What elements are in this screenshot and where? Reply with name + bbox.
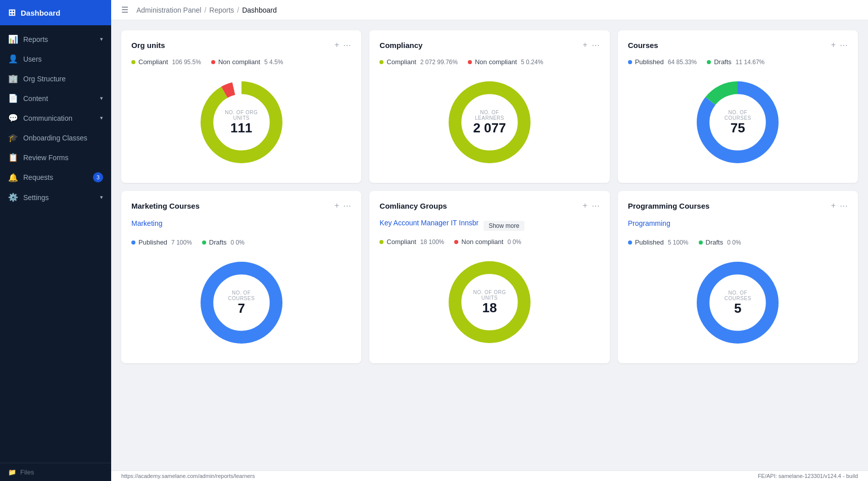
files-label: Files <box>20 468 34 476</box>
published-count: 64 85.33% <box>668 59 697 66</box>
marketing-menu-button[interactable]: ⋯ <box>343 201 351 211</box>
compliant-label: Compliant <box>387 238 416 246</box>
sidebar-item-communication[interactable]: 💬 Communication ▾ <box>0 108 111 128</box>
compliant-dot <box>379 60 383 64</box>
card-programming-header: Programming Courses + ⋯ <box>628 201 848 211</box>
card-compliancy-header: Compliancy + ⋯ <box>379 40 599 50</box>
card-compliancy-groups-header: Comliancy Groups + ⋯ <box>379 201 599 211</box>
breadcrumb-reports[interactable]: Reports <box>209 6 234 14</box>
menu-icon[interactable]: ☰ <box>121 5 128 15</box>
sidebar-item-users[interactable]: 👤 Users <box>0 49 111 69</box>
legend-drafts: Drafts 11 14.67% <box>707 58 764 66</box>
non-compliant-count: 0 0% <box>507 238 521 246</box>
legend-published: Published 7 100% <box>131 238 192 246</box>
sidebar-item-label: Users <box>23 55 42 63</box>
drafts-count: 0 0% <box>231 239 245 246</box>
sidebar-item-review-forms[interactable]: 📋 Review Forms <box>0 148 111 167</box>
breadcrumb-admin[interactable]: Administration Panel <box>136 6 201 14</box>
sidebar: ⊞ Dashboard 📊 Reports ▾ 👤 Users 🏢 Org St… <box>0 0 111 481</box>
chevron-icon: ▾ <box>100 115 103 121</box>
programming-link[interactable]: Programming <box>628 219 670 227</box>
non-compliant-label: Non compliant <box>461 238 503 246</box>
card-compliancy-title: Compliancy <box>379 41 422 50</box>
add-compliancy-button[interactable]: + <box>583 40 587 50</box>
compliancy-menu-button[interactable]: ⋯ <box>592 40 600 50</box>
add-org-units-button[interactable]: + <box>334 40 339 50</box>
drafts-label: Drafts <box>209 238 227 246</box>
non-compliant-count: 5 0.24% <box>521 59 543 66</box>
card-marketing-title: Marketing Courses <box>131 202 200 210</box>
sidebar-item-onboarding[interactable]: 🎓 Onboarding Classes <box>0 128 111 148</box>
card-org-units: Org units + ⋯ Compliant 106 95.5% Non co… <box>121 30 361 183</box>
courses-menu-button[interactable]: ⋯ <box>840 40 848 50</box>
content-icon: 📄 <box>8 93 18 103</box>
sidebar-item-label: Content <box>23 94 48 103</box>
card-courses-header: Courses + ⋯ <box>628 40 848 50</box>
legend-drafts: Drafts 0 0% <box>202 238 245 246</box>
add-groups-button[interactable]: + <box>583 201 587 211</box>
legend-compliant: Compliant 2 072 99.76% <box>379 58 458 66</box>
compliant-count: 106 95.5% <box>172 59 201 66</box>
card-courses: Courses + ⋯ Published 64 85.33% Drafts 1… <box>618 30 858 183</box>
marketing-link-row: Marketing <box>131 219 351 233</box>
courses-donut: NO. OF COURSES 75 <box>692 77 783 168</box>
org-units-menu-button[interactable]: ⋯ <box>343 40 351 50</box>
url-display: https://academy.samelane.com/admin/repor… <box>121 473 255 479</box>
sidebar-item-label: Reports <box>23 35 48 43</box>
chevron-icon: ▾ <box>100 95 103 102</box>
published-count: 7 100% <box>171 239 192 246</box>
add-programming-button[interactable]: + <box>831 201 836 211</box>
legend-non-compliant: Non compliant 5 0.24% <box>468 58 543 66</box>
svg-point-7 <box>455 268 524 337</box>
compliancy-chart: NO. OF LEARNERS 2 077 <box>379 72 599 173</box>
groups-link[interactable]: Key Account Manager IT Innsbr <box>379 219 478 227</box>
sidebar-header: ⊞ Dashboard <box>0 0 111 25</box>
svg-point-0 <box>207 88 276 157</box>
card-courses-actions: + ⋯ <box>831 40 848 50</box>
settings-icon: ⚙️ <box>8 193 18 202</box>
programming-svg <box>692 257 783 348</box>
groups-menu-button[interactable]: ⋯ <box>592 201 600 211</box>
legend-published: Published 5 100% <box>628 238 689 246</box>
legend-compliant: Compliant 18 100% <box>379 238 444 246</box>
chevron-icon: ▾ <box>100 36 103 42</box>
topbar: ☰ Administration Panel / Reports / Dashb… <box>111 0 868 20</box>
files-icon: 📁 <box>8 468 16 476</box>
review-icon: 📋 <box>8 153 18 162</box>
marketing-link[interactable]: Marketing <box>131 219 162 227</box>
non-compliant-label: Non compliant <box>218 58 260 66</box>
add-courses-button[interactable]: + <box>831 40 836 50</box>
sidebar-app-title: Dashboard <box>21 9 60 17</box>
show-more-button[interactable]: Show more <box>484 221 524 231</box>
non-compliant-dot <box>454 240 458 244</box>
sidebar-item-requests[interactable]: 🔔 Requests 3 <box>0 167 111 187</box>
sidebar-item-label: Requests <box>23 173 53 181</box>
courses-svg <box>692 77 783 168</box>
add-marketing-button[interactable]: + <box>334 201 339 211</box>
compliant-dot <box>131 60 135 64</box>
published-count: 5 100% <box>668 239 689 246</box>
programming-donut: NO. OF COURSES 5 <box>692 257 783 348</box>
legend-published: Published 64 85.33% <box>628 58 697 66</box>
non-compliant-dot <box>468 60 472 64</box>
drafts-dot <box>699 240 703 245</box>
sidebar-footer[interactable]: 📁 Files <box>0 463 111 481</box>
drafts-label: Drafts <box>706 238 724 246</box>
legend-non-compliant: Non compliant 5 4.5% <box>211 58 283 66</box>
programming-menu-button[interactable]: ⋯ <box>840 201 848 211</box>
courses-legend: Published 64 85.33% Drafts 11 14.67% <box>628 58 848 66</box>
card-compliancy-groups-actions: + ⋯ <box>583 201 599 211</box>
courses-chart: NO. OF COURSES 75 <box>628 72 848 173</box>
requests-icon: 🔔 <box>8 173 18 182</box>
sidebar-item-reports[interactable]: 📊 Reports ▾ <box>0 29 111 49</box>
sidebar-item-org-structure[interactable]: 🏢 Org Structure <box>0 69 111 88</box>
card-programming-actions: + ⋯ <box>831 201 848 211</box>
sidebar-item-settings[interactable]: ⚙️ Settings ▾ <box>0 187 111 207</box>
sidebar-item-label: Org Structure <box>23 75 66 83</box>
card-org-units-title: Org units <box>131 41 165 50</box>
api-info: FE/API: samelane-123301/v124.4 - build <box>758 473 858 479</box>
drafts-dot <box>707 60 711 64</box>
non-compliant-count: 5 4.5% <box>264 59 283 66</box>
sidebar-item-content[interactable]: 📄 Content ▾ <box>0 88 111 108</box>
published-dot <box>628 240 632 245</box>
